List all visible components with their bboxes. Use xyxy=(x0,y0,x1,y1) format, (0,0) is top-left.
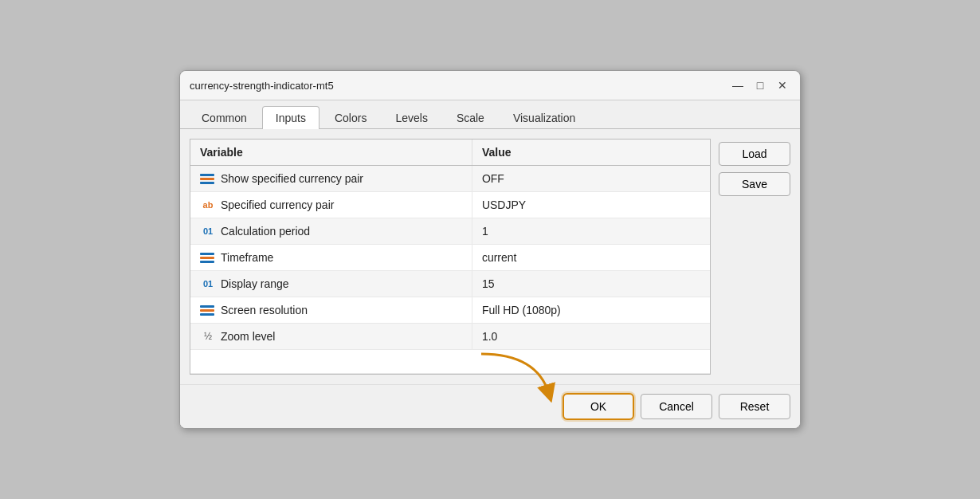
content-area: Variable Value Show specified currency p… xyxy=(180,129,800,384)
column-variable: Variable xyxy=(190,139,472,165)
numeric-icon: 01 xyxy=(200,279,216,289)
value-cell[interactable]: 1 xyxy=(472,218,710,244)
window-controls: — □ ✕ xyxy=(730,77,790,93)
table-row[interactable]: Show specified currency pair OFF xyxy=(190,166,710,192)
variable-label: Calculation period xyxy=(221,225,310,238)
variable-cell: 01 Calculation period xyxy=(190,218,472,244)
tab-inputs[interactable]: Inputs xyxy=(262,106,319,129)
cancel-button[interactable]: Cancel xyxy=(641,394,712,419)
value-cell[interactable]: 15 xyxy=(472,271,710,297)
variable-label: Screen resolution xyxy=(221,304,308,316)
save-button[interactable]: Save xyxy=(719,172,790,196)
main-window: currency-strength-indicator-mt5 — □ ✕ Co… xyxy=(179,70,801,429)
ok-button[interactable]: OK xyxy=(563,393,634,420)
column-value: Value xyxy=(472,139,710,165)
minimize-button[interactable]: — xyxy=(730,77,746,93)
value-cell[interactable]: OFF xyxy=(472,166,710,191)
empty-row xyxy=(190,350,710,374)
table-row[interactable]: 01 Calculation period 1 xyxy=(190,218,710,245)
tab-bar: Common Inputs Colors Levels Scale Visual… xyxy=(180,100,800,129)
variable-cell: 01 Display range xyxy=(190,271,472,297)
table-header: Variable Value xyxy=(190,139,710,166)
table-row[interactable]: Timeframe current xyxy=(190,245,710,271)
table-row[interactable]: ½ Zoom level 1.0 xyxy=(190,324,710,350)
tab-levels[interactable]: Levels xyxy=(382,106,441,129)
variable-label: Show specified currency pair xyxy=(221,172,363,185)
value-cell[interactable]: 1.0 xyxy=(472,324,710,349)
inputs-table: Variable Value Show specified currency p… xyxy=(190,139,711,375)
maximize-button[interactable]: □ xyxy=(752,77,768,93)
value-cell[interactable]: USDJPY xyxy=(472,192,710,218)
table-row[interactable]: 01 Display range 15 xyxy=(190,271,710,297)
load-button[interactable]: Load xyxy=(719,142,790,166)
side-buttons: Load Save xyxy=(719,139,790,375)
variable-label: Specified currency pair xyxy=(221,198,334,211)
variable-cell: Timeframe xyxy=(190,245,472,270)
table-row[interactable]: Screen resolution Full HD (1080p) xyxy=(190,297,710,324)
title-bar: currency-strength-indicator-mt5 — □ ✕ xyxy=(180,71,800,100)
close-button[interactable]: ✕ xyxy=(774,77,790,93)
value-cell[interactable]: current xyxy=(472,245,710,270)
variable-label: Timeframe xyxy=(221,251,273,264)
stack-icon xyxy=(200,251,216,264)
tab-visualization[interactable]: Visualization xyxy=(500,106,589,129)
tab-common[interactable]: Common xyxy=(188,106,261,129)
numeric-icon: 01 xyxy=(200,226,216,236)
reset-button[interactable]: Reset xyxy=(719,394,790,419)
variable-cell: ab Specified currency pair xyxy=(190,192,472,218)
stack-icon xyxy=(200,304,216,316)
tab-colors[interactable]: Colors xyxy=(321,106,380,129)
value-cell[interactable]: Full HD (1080p) xyxy=(472,297,710,323)
variable-cell: Screen resolution xyxy=(190,297,472,323)
window-title: currency-strength-indicator-mt5 xyxy=(190,80,334,92)
tab-scale[interactable]: Scale xyxy=(443,106,498,129)
table-row[interactable]: ab Specified currency pair USDJPY xyxy=(190,192,710,218)
fraction-icon: ½ xyxy=(200,331,216,342)
variable-label: Display range xyxy=(221,277,289,290)
variable-label: Zoom level xyxy=(221,330,275,343)
ab-icon: ab xyxy=(200,200,216,210)
stack-icon xyxy=(200,172,216,185)
bottom-bar: OK Cancel Reset xyxy=(180,384,800,428)
variable-cell: ½ Zoom level xyxy=(190,324,472,349)
variable-cell: Show specified currency pair xyxy=(190,166,472,191)
